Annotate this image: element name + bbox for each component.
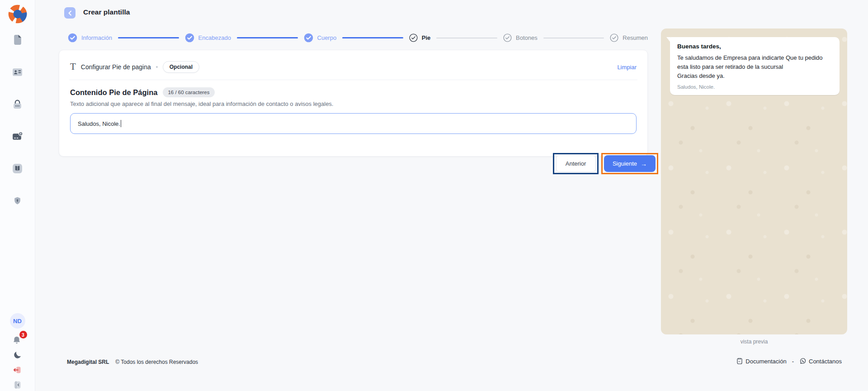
arrow-right-icon: →	[641, 161, 647, 167]
footer-config-card: T Configurar Pie de pagina Opcional Limp…	[59, 50, 648, 157]
page-title: Crear plantilla	[83, 8, 130, 16]
char-counter-badge: 16 / 60 caracteres	[163, 87, 214, 97]
clear-link[interactable]: Limpiar	[617, 64, 637, 71]
text-type-icon: T	[70, 62, 76, 72]
step-resumen[interactable]: Resumen	[610, 33, 648, 42]
templates-file-icon[interactable]	[11, 34, 24, 46]
section-description: Texto adicional que aparece al final del…	[70, 100, 637, 107]
message-footer: Saludos, Nicole.	[677, 84, 832, 90]
sidebar-nav	[11, 34, 24, 207]
check-circle-icon	[185, 33, 194, 43]
sidebar: ND 3	[0, 0, 35, 391]
sidebar-bottom: ND 3	[10, 313, 25, 391]
book-icon[interactable]	[11, 162, 24, 175]
app-root: ND 3	[0, 0, 868, 391]
whatsapp-preview-panel: Buenas tardes, Te saludamos de Empresa p…	[661, 29, 847, 334]
section-title: Contenido Pie de Página	[70, 88, 157, 97]
logout-icon[interactable]	[12, 364, 23, 375]
annotation-box-anterior: Anterior	[553, 153, 599, 174]
collapse-sidebar-icon[interactable]	[12, 379, 23, 390]
megadigital-logo-icon[interactable]	[8, 4, 28, 24]
notification-count-badge: 3	[19, 331, 27, 339]
rights-text: © Todos los derechos Reservados	[115, 359, 198, 365]
section-head: Contenido Pie de Página 16 / 60 caracter…	[70, 87, 637, 97]
shield-key-icon[interactable]	[11, 195, 24, 207]
company-name: Megadigital SRL	[67, 359, 109, 365]
check-circle-icon	[409, 33, 418, 42]
documentation-link[interactable]: Documentación	[736, 358, 786, 365]
contacts-card-icon[interactable]	[11, 66, 24, 78]
step-botones[interactable]: Botones	[503, 33, 538, 42]
footer-links: Documentación - Contáctanos	[736, 358, 842, 365]
check-circle-icon	[68, 33, 77, 43]
check-circle-icon	[304, 33, 313, 43]
message-header: Buenas tardes,	[677, 43, 832, 50]
footer-text-input[interactable]: Saludos, Nicole.	[70, 113, 637, 134]
preview-caption: vista previa	[661, 339, 847, 345]
stepper-connector	[118, 37, 179, 38]
check-circle-icon	[503, 33, 512, 42]
card-divider	[69, 80, 637, 80]
back-button[interactable]	[64, 7, 75, 19]
text-cursor	[121, 120, 121, 127]
footer-text-value: Saludos, Nicole.	[78, 120, 120, 127]
whatsapp-icon	[799, 358, 807, 365]
step-cuerpo[interactable]: Cuerpo	[304, 33, 337, 43]
journal-icon	[736, 358, 743, 365]
stepper-connector	[436, 38, 497, 38]
stepper-connector	[543, 38, 604, 38]
template-stepper: Información Encabezado Cuerpo Pie	[59, 32, 648, 44]
message-body: Te saludamos de Empresa para indicarte Q…	[677, 53, 832, 81]
step-encabezado[interactable]: Encabezado	[185, 33, 231, 43]
next-button[interactable]: Siguiente →	[604, 155, 656, 172]
message-bubble: Buenas tardes, Te saludamos de Empresa p…	[670, 37, 840, 95]
contact-link[interactable]: Contáctanos	[799, 358, 842, 365]
copyright: Megadigital SRL © Todos los derechos Res…	[67, 359, 198, 365]
credit-card-icon[interactable]	[11, 130, 24, 143]
annotation-box-siguiente: Siguiente →	[601, 153, 658, 174]
dark-mode-moon-icon[interactable]	[12, 349, 23, 360]
notifications-bell-icon[interactable]: 3	[12, 333, 24, 345]
previous-button[interactable]: Anterior	[556, 155, 596, 172]
separator-dot	[156, 66, 158, 68]
card-header: T Configurar Pie de pagina Opcional Limp…	[70, 61, 637, 73]
step-informacion[interactable]: Información	[68, 33, 112, 43]
lock-icon[interactable]	[11, 98, 24, 110]
stepper-connector	[342, 37, 403, 38]
step-pie[interactable]: Pie	[409, 33, 431, 42]
optional-badge: Opcional	[163, 61, 199, 73]
check-circle-icon	[610, 33, 618, 42]
card-title: Configurar Pie de pagina	[81, 63, 151, 71]
stepper-connector	[237, 37, 298, 38]
user-avatar[interactable]: ND	[10, 313, 25, 329]
footer-separator: -	[790, 358, 796, 365]
